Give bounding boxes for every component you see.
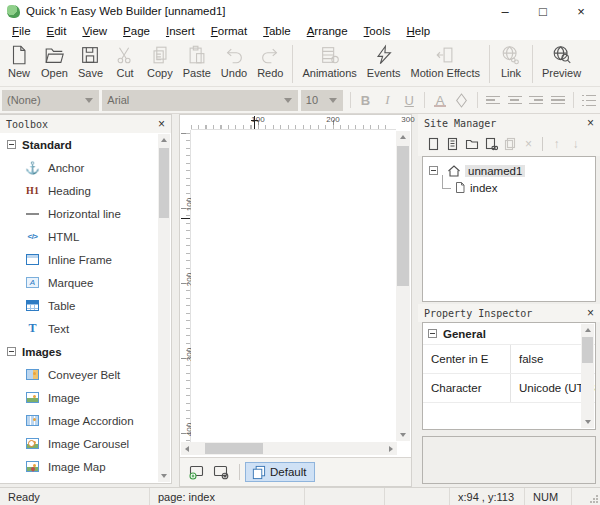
scrollbar-thumb[interactable]: [582, 337, 593, 363]
new-folder-button[interactable]: [462, 135, 481, 153]
tree-node-site[interactable]: unnamed1: [429, 162, 595, 179]
scroll-up-icon[interactable]: [581, 324, 594, 336]
motion-effects-button[interactable]: Motion Effects: [405, 42, 485, 86]
collapse-icon[interactable]: [7, 140, 16, 149]
toolbox-item-html[interactable]: </>HTML: [0, 225, 171, 248]
toolbox-item-heading[interactable]: H1Heading: [0, 179, 171, 202]
scroll-up-icon[interactable]: [396, 131, 410, 143]
close-icon[interactable]: ×: [158, 117, 165, 131]
paste-button[interactable]: Paste: [178, 42, 216, 86]
toolbox-item-anchor[interactable]: ⚓Anchor: [0, 156, 171, 179]
undo-button[interactable]: Undo: [216, 42, 252, 86]
property-row-character-set[interactable]: Character Unicode (UTF-8): [423, 374, 595, 403]
maximize-button[interactable]: □: [524, 0, 562, 22]
font-size-dropdown[interactable]: 10: [301, 90, 343, 111]
new-page-button[interactable]: [424, 135, 443, 153]
font-color-button[interactable]: A: [430, 90, 450, 110]
toolbox-item-horizontal-line[interactable]: Horizontal line: [0, 202, 171, 225]
manage-breakpoints-button[interactable]: [210, 463, 232, 481]
minimize-button[interactable]: –: [486, 0, 524, 22]
scroll-down-icon[interactable]: [396, 429, 410, 441]
style-dropdown[interactable]: (None): [2, 90, 99, 111]
menu-file[interactable]: File: [4, 25, 39, 37]
clone-page-button[interactable]: [500, 135, 519, 153]
page-editing-area[interactable]: [191, 130, 396, 442]
collapse-icon[interactable]: [7, 347, 16, 356]
property-group-general[interactable]: General: [423, 323, 595, 345]
link-button[interactable]: Link: [494, 42, 528, 86]
delete-page-button[interactable]: ×: [519, 135, 538, 153]
preview-button[interactable]: Preview: [537, 42, 586, 86]
format-bar: (None) Arial 10 B I U A: [0, 87, 600, 114]
align-right-button[interactable]: [526, 90, 546, 110]
align-center-button[interactable]: [505, 90, 525, 110]
menu-table[interactable]: Table: [255, 25, 299, 37]
new-page-from-template-button[interactable]: [443, 135, 462, 153]
toolbox-item-marquee[interactable]: AMarquee: [0, 271, 171, 294]
highlight-color-button[interactable]: [452, 90, 472, 110]
save-button[interactable]: Save: [73, 42, 108, 86]
menu-insert[interactable]: Insert: [158, 25, 203, 37]
toolbox-item-text[interactable]: TText: [0, 317, 171, 340]
design-canvas[interactable]: 100 200 300 100 200 300 400: [179, 114, 412, 487]
bullet-list-button[interactable]: [579, 90, 599, 110]
horizontal-scrollbar[interactable]: [181, 442, 397, 455]
move-up-button[interactable]: ↑: [547, 135, 566, 153]
toolbox-group-standard[interactable]: Standard: [0, 133, 171, 156]
toolbox-item-inline-frame[interactable]: Inline Frame: [0, 248, 171, 271]
tab-default[interactable]: Default: [245, 462, 315, 482]
align-left-icon: [486, 95, 500, 106]
menu-help[interactable]: Help: [398, 25, 438, 37]
menu-tools[interactable]: Tools: [356, 25, 399, 37]
menu-page[interactable]: Page: [115, 25, 158, 37]
toolbox-item-conveyer-belt[interactable]: Conveyer Belt: [0, 363, 171, 386]
underline-button[interactable]: U: [399, 90, 419, 110]
new-button[interactable]: New: [2, 42, 36, 86]
scrollbar-thumb[interactable]: [205, 443, 263, 454]
move-down-button[interactable]: ↓: [566, 135, 585, 153]
toolbox-item-image-map[interactable]: Image Map: [0, 455, 171, 478]
toolbox-item-table[interactable]: Table: [0, 294, 171, 317]
font-dropdown[interactable]: Arial: [102, 90, 298, 111]
menu-arrange[interactable]: Arrange: [299, 25, 356, 37]
scroll-down-icon[interactable]: [158, 470, 170, 482]
toolbox-group-images[interactable]: Images: [0, 340, 171, 363]
events-button[interactable]: Events: [362, 42, 406, 86]
italic-button[interactable]: I: [377, 90, 397, 110]
collapse-icon[interactable]: [428, 329, 437, 338]
align-justify-button[interactable]: [548, 90, 568, 110]
tree-node-index[interactable]: index: [438, 179, 595, 196]
property-scrollbar[interactable]: [581, 324, 594, 428]
toolbox-item-image-accordion[interactable]: Image Accordion: [0, 409, 171, 432]
property-description-box: [422, 436, 596, 484]
resize-grip-icon[interactable]: [588, 493, 600, 505]
menu-edit[interactable]: Edit: [39, 25, 75, 37]
toolbox-item-image-carousel[interactable]: Image Carousel: [0, 432, 171, 455]
cut-button[interactable]: Cut: [108, 42, 142, 86]
align-left-button[interactable]: [483, 90, 503, 110]
animations-button[interactable]: Animations: [297, 42, 361, 86]
vertical-scrollbar[interactable]: [396, 131, 410, 441]
toolbox-item-image[interactable]: Image: [0, 386, 171, 409]
open-button[interactable]: Open: [36, 42, 73, 86]
text-icon: T: [24, 322, 41, 336]
scroll-down-icon[interactable]: [581, 416, 594, 428]
scrollbar-thumb[interactable]: [397, 146, 409, 286]
scroll-right-icon[interactable]: [385, 442, 397, 455]
close-icon[interactable]: ×: [587, 306, 594, 320]
property-row-center-in-browser[interactable]: Center in E false: [423, 345, 595, 374]
close-icon[interactable]: ×: [587, 116, 594, 130]
copy-button[interactable]: Copy: [142, 42, 178, 86]
add-breakpoint-button[interactable]: [186, 463, 208, 481]
menu-view[interactable]: View: [74, 25, 115, 37]
collapse-icon[interactable]: [429, 166, 438, 175]
close-button[interactable]: ×: [562, 0, 600, 22]
redo-button[interactable]: Redo: [252, 42, 288, 86]
toolbox-scrollbar[interactable]: [158, 134, 170, 482]
import-page-button[interactable]: [481, 135, 500, 153]
bold-button[interactable]: B: [356, 90, 376, 110]
scroll-left-icon[interactable]: [181, 442, 193, 455]
scroll-up-icon[interactable]: [158, 134, 170, 146]
scrollbar-thumb[interactable]: [159, 148, 169, 218]
menu-format[interactable]: Format: [203, 25, 255, 37]
